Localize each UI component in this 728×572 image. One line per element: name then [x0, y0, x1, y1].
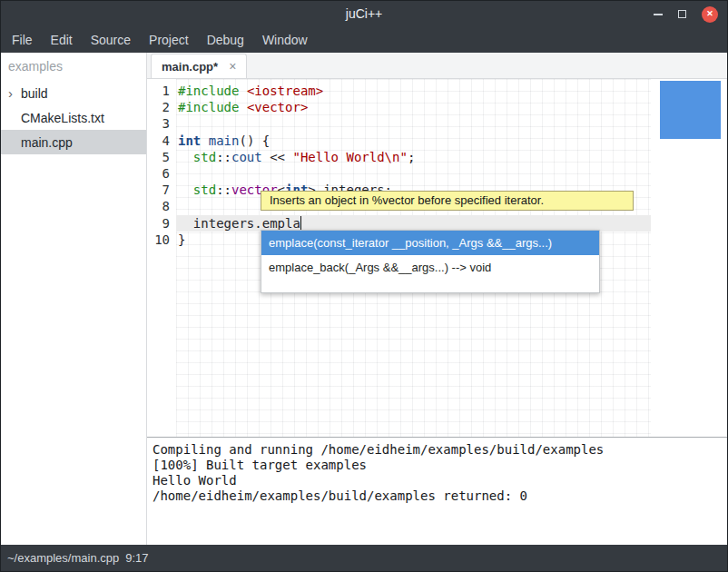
code-line	[176, 165, 651, 182]
completion-popup: emplace(const_iterator __position, _Args…	[261, 230, 600, 293]
line-number: 8	[147, 198, 176, 214]
status-cursor-position: 9:17	[125, 551, 148, 565]
line-number: 5	[147, 149, 176, 165]
tab-bar: main.cpp* ×	[147, 53, 727, 79]
menu-item-edit[interactable]: Edit	[42, 27, 82, 53]
tab-main-cpp[interactable]: main.cpp* ×	[151, 54, 247, 78]
terminal-line: Compiling and running /home/eidheim/exam…	[152, 442, 722, 458]
overview-map	[651, 79, 727, 437]
menu-bar: FileEditSourceProjectDebugWindow	[1, 27, 727, 53]
editor-panel: main.cpp* × 12345678910 #include <iostre…	[147, 53, 727, 545]
completion-item[interactable]: emplace(const_iterator __position, _Args…	[261, 231, 599, 255]
tree-item-label: main.cpp	[21, 135, 73, 150]
scrollbar-thumb[interactable]	[660, 81, 721, 139]
tab-label: main.cpp*	[162, 60, 218, 74]
terminal-line: [100%] Built target examples	[152, 458, 722, 473]
terminal-line: /home/eidheim/examples/build/examples re…	[152, 488, 722, 504]
maximize-button[interactable]	[678, 10, 686, 18]
menu-item-window[interactable]: Window	[253, 27, 317, 53]
line-number: 1	[147, 83, 176, 99]
window-controls: ✕	[654, 6, 727, 23]
status-bar: ~/examples/main.cpp 9:17	[1, 545, 727, 571]
doc-tooltip: Inserts an object in %vector before spec…	[261, 191, 634, 211]
file-tree-panel: examples ›buildCMakeLists.txtmain.cpp	[1, 53, 147, 545]
project-name: examples	[1, 53, 146, 81]
maximize-icon	[678, 10, 686, 18]
line-number: 7	[147, 182, 176, 198]
line-number: 9	[147, 215, 176, 232]
gutter: 12345678910	[147, 79, 176, 437]
minimize-button[interactable]	[654, 14, 663, 15]
text-cursor	[300, 216, 302, 231]
tree-item-build[interactable]: ›build	[1, 81, 146, 105]
title-bar: juCi++ ✕	[1, 1, 727, 27]
close-button[interactable]: ✕	[702, 6, 718, 23]
status-file-path: ~/examples/main.cpp	[7, 551, 119, 565]
code-editor: 12345678910 #include <iostream>#include …	[147, 79, 727, 437]
code-line: #include <vector>	[176, 99, 651, 115]
menu-item-debug[interactable]: Debug	[198, 27, 253, 53]
line-number: 10	[147, 232, 176, 248]
file-tree: ›buildCMakeLists.txtmain.cpp	[1, 81, 146, 154]
code-line: integers.empla	[176, 215, 651, 232]
code-line: int main() {	[176, 133, 651, 149]
code-line: std::cout << "Hello World\n";	[176, 149, 651, 165]
line-number: 3	[147, 115, 176, 132]
tree-item-cmakelists-txt[interactable]: CMakeLists.txt	[1, 105, 146, 130]
menu-item-project[interactable]: Project	[140, 27, 198, 53]
tree-item-label: build	[21, 86, 48, 101]
tree-item-main-cpp[interactable]: main.cpp	[1, 130, 146, 154]
content: examples ›buildCMakeLists.txtmain.cpp ma…	[1, 53, 727, 545]
tree-item-label: CMakeLists.txt	[21, 111, 104, 125]
chevron-right-icon: ›	[8, 86, 21, 100]
line-number: 6	[147, 165, 176, 182]
jucipp-window: juCi++ ✕ FileEditSourceProjectDebugWindo…	[0, 0, 728, 572]
line-number: 2	[147, 99, 176, 115]
code-line: #include <iostream>	[176, 83, 651, 99]
completion-item[interactable]: emplace_back(_Args &&__args...) --> void	[261, 255, 599, 280]
menu-item-source[interactable]: Source	[82, 27, 140, 53]
terminal-line: Hello World	[152, 473, 722, 488]
minimize-icon	[654, 14, 663, 15]
line-number: 4	[147, 133, 176, 149]
tab-close-icon[interactable]: ×	[229, 59, 236, 74]
close-icon: ✕	[706, 10, 713, 18]
window-title: juCi++	[1, 1, 727, 27]
code-line	[176, 115, 651, 132]
build-output: Compiling and running /home/eidheim/exam…	[147, 437, 727, 545]
menu-item-file[interactable]: File	[3, 27, 42, 53]
